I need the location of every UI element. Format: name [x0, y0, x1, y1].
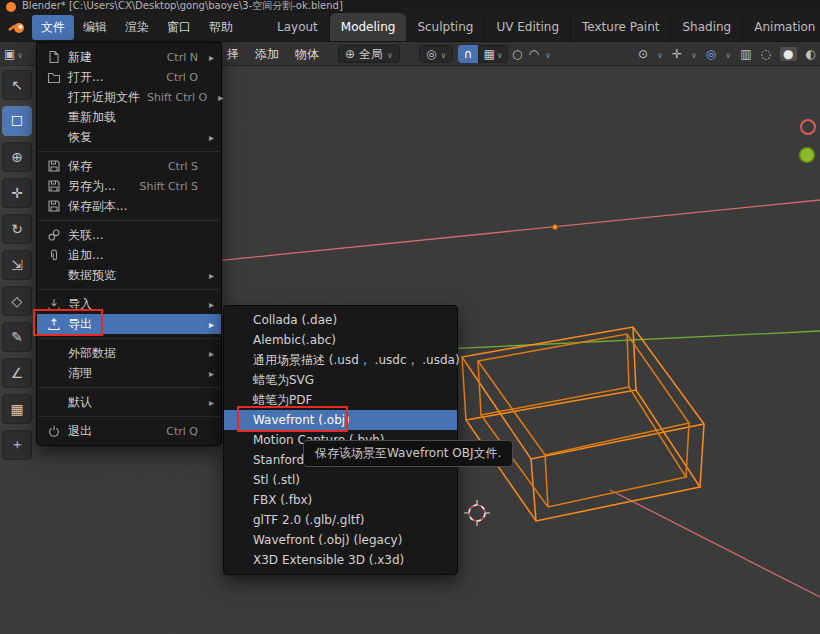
file-menu-item-save-as[interactable]: 另存为... Shift Ctrl S	[37, 176, 221, 196]
tweak-tool[interactable]: ↖	[2, 70, 32, 100]
rotate-tool[interactable]: ↻	[2, 214, 32, 244]
nav-gizmo-y-ball[interactable]	[800, 148, 815, 163]
save-copy-icon	[46, 199, 61, 213]
workspace-tab-modeling[interactable]: Modeling	[330, 13, 407, 41]
export-item-collada[interactable]: Collada (.dae)	[224, 310, 457, 330]
scale-tool[interactable]: ⇲	[2, 250, 32, 280]
submenu-arrow-icon	[214, 90, 223, 104]
export-item-wavefront-obj[interactable]: Wavefront (.obj)	[224, 410, 457, 430]
menu-edit[interactable]: 编辑	[74, 15, 116, 40]
pivot-point-dropdown[interactable]: ◎	[419, 42, 453, 66]
cursor-tool[interactable]: ⊕	[2, 142, 32, 172]
chevron-down-icon	[725, 47, 731, 61]
file-menu-item-external-data[interactable]: 外部数据	[37, 343, 221, 363]
select-menu[interactable]: 择	[220, 46, 246, 63]
visibility-icon[interactable]: ⊙	[638, 48, 648, 60]
falloff-icon[interactable]: ◠	[528, 48, 538, 60]
export-item-wavefront-legacy[interactable]: Wavefront (.obj) (legacy)	[224, 530, 457, 550]
file-menu-item-save-copy[interactable]: 保存副本...	[37, 196, 221, 216]
globe-icon: ⊕	[345, 48, 355, 60]
extra-tool[interactable]: ＋	[2, 430, 32, 460]
object-menu[interactable]: 物体	[288, 46, 326, 63]
paperclip-icon	[46, 248, 61, 262]
file-menu-item-save[interactable]: 保存 Ctrl S	[37, 156, 221, 176]
save-as-icon	[46, 179, 61, 193]
move-tool[interactable]: ✛	[2, 178, 32, 208]
titlebar: Blender* [C:\Users\CX\Desktop\gong\baoye…	[0, 0, 820, 13]
tooltip: 保存该场景至Wavefront OBJ文件.	[303, 440, 513, 467]
add-menu[interactable]: 添加	[248, 46, 286, 63]
export-item-stl[interactable]: Stl (.stl)	[224, 470, 457, 490]
select-box-tool[interactable]: ☐	[2, 106, 32, 136]
file-menu-item-revert[interactable]: 重新加载	[37, 107, 221, 127]
add-cube-icon: ▦	[10, 401, 23, 417]
editor-type-button[interactable]: ▣	[4, 42, 23, 66]
submenu-arrow-icon	[205, 366, 214, 380]
3d-cursor[interactable]	[464, 500, 490, 526]
chevron-down-icon	[440, 47, 446, 61]
file-menu-item-data-previews[interactable]: 数据预览	[37, 265, 221, 285]
export-item-gltf[interactable]: glTF 2.0 (.glb/.gltf)	[224, 510, 457, 530]
file-menu-item-new[interactable]: 新建 Ctrl N	[37, 47, 221, 67]
menu-separator	[38, 151, 220, 152]
file-menu-item-export[interactable]: 导出	[37, 314, 221, 334]
measure-tool[interactable]: ∠	[2, 358, 32, 388]
workspace-tab-animation[interactable]: Animation	[743, 13, 820, 41]
file-menu-item-cleanup[interactable]: 清理	[37, 363, 221, 383]
header-menus: 择 添加 物体	[220, 42, 326, 66]
menu-render[interactable]: 渲染	[116, 15, 158, 40]
workspace-tab-shading[interactable]: Shading	[671, 13, 743, 41]
file-menu-item-link[interactable]: 关联...	[37, 225, 221, 245]
menu-help[interactable]: 帮助	[200, 15, 242, 40]
export-item-alembic[interactable]: Alembic(.abc)	[224, 330, 457, 350]
snap-with-dropdown[interactable]: ▦	[478, 45, 508, 63]
overlays-icon[interactable]: ◎	[706, 48, 716, 60]
measure-icon: ∠	[11, 365, 24, 381]
annotate-tool[interactable]: ✎	[2, 322, 32, 352]
file-menu-item-quit[interactable]: 退出 Ctrl Q	[37, 421, 221, 441]
export-item-grease-pencil-svg[interactable]: 蜡笔为SVG	[224, 370, 457, 390]
proportional-edit-icon[interactable]: ○	[512, 48, 522, 60]
menu-window[interactable]: 窗口	[158, 15, 200, 40]
file-menu-item-import[interactable]: 导入	[37, 294, 221, 314]
shading-wireframe-icon[interactable]: ◌	[761, 48, 771, 60]
export-item-usd[interactable]: 通用场景描述 (.usd， .usdc， .usda)	[224, 350, 457, 370]
export-item-x3d[interactable]: X3D Extensible 3D (.x3d)	[224, 550, 457, 570]
export-item-grease-pencil-pdf[interactable]: 蜡笔为PDF	[224, 390, 457, 410]
file-menu-item-defaults[interactable]: 默认	[37, 392, 221, 412]
magnet-icon: ∩	[464, 48, 473, 60]
blender-logo-icon	[6, 2, 16, 12]
xray-icon[interactable]: ▥	[740, 48, 751, 60]
blender-logo-icon[interactable]	[8, 20, 26, 35]
shading-material-icon[interactable]: ◐	[806, 48, 816, 60]
shading-solid-icon[interactable]: ●	[780, 47, 796, 61]
workspace-tab-uv-editing[interactable]: UV Editing	[485, 13, 571, 41]
menu-separator	[38, 416, 220, 417]
export-item-fbx[interactable]: FBX (.fbx)	[224, 490, 457, 510]
file-menu-item-recover[interactable]: 恢复	[37, 127, 221, 147]
gizmo-icon[interactable]: ✛	[672, 48, 682, 60]
snap-toggle[interactable]: ∩	[458, 45, 478, 63]
file-menu-dropdown: 新建 Ctrl N 打开... Ctrl O 打开近期文件 Shift Ctrl…	[36, 42, 222, 446]
menu-file[interactable]: 文件	[32, 15, 74, 40]
workspace-tab-texture-paint[interactable]: Texture Paint	[571, 13, 671, 41]
chevron-down-icon	[691, 47, 697, 61]
add-cube-tool[interactable]: ▦	[2, 394, 32, 424]
selected-wireframe-object[interactable]	[462, 327, 704, 521]
file-menu-item-open[interactable]: 打开... Ctrl O	[37, 67, 221, 87]
tweak-icon: ↖	[11, 77, 23, 93]
proportional-edit-group: ○ ◠	[512, 42, 551, 66]
workspace-tab-sculpting[interactable]: Sculpting	[406, 13, 485, 41]
transform-tool[interactable]: ◇	[2, 286, 32, 316]
blender-window: ↖ ☐ ⊕ ✛ ↻ ⇲ ◇ ✎ ∠ ▦ ＋ Blender* [C:\Users…	[0, 0, 820, 634]
header-right-cluster: ⊙ ✛ ◎ ▥ ◌ ● ◐	[638, 42, 816, 66]
file-menu-item-append[interactable]: 追加...	[37, 245, 221, 265]
chevron-down-icon	[387, 47, 393, 61]
export-icon	[46, 317, 61, 331]
file-menu-item-open-recent[interactable]: 打开近期文件 Shift Ctrl O	[37, 87, 221, 107]
submenu-arrow-icon	[205, 268, 214, 282]
object-origin-dot	[552, 224, 557, 229]
nav-gizmo-x-ball[interactable]	[801, 120, 815, 134]
transform-orientation-dropdown[interactable]: ⊕ 全局	[338, 42, 400, 66]
workspace-tab-layout[interactable]: Layout	[266, 13, 330, 41]
